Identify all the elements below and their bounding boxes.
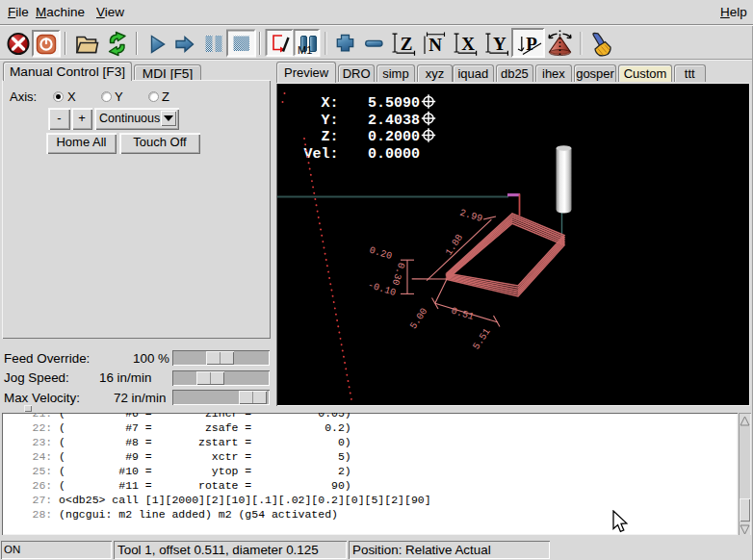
svg-text:0.30: 0.30 bbox=[390, 261, 407, 286]
svg-text:0.51: 0.51 bbox=[450, 306, 475, 323]
svg-text:0.0000: 0.0000 bbox=[368, 146, 420, 163]
svg-text:M1: M1 bbox=[298, 44, 312, 56]
svg-text:X: X bbox=[461, 34, 475, 54]
svg-text:X:: X: bbox=[321, 95, 338, 112]
svg-text:2.4038: 2.4038 bbox=[368, 113, 420, 129]
svg-text:5.00: 5.00 bbox=[408, 306, 430, 331]
svg-text:Z: Z bbox=[401, 34, 413, 54]
svg-text:0.2000: 0.2000 bbox=[368, 129, 420, 145]
svg-text:1.88: 1.88 bbox=[444, 233, 466, 258]
svg-text:N: N bbox=[428, 35, 442, 55]
svg-text:Z:: Z: bbox=[321, 129, 338, 145]
svg-text:Vel:: Vel: bbox=[303, 146, 338, 163]
svg-text:Y:: Y: bbox=[321, 113, 338, 129]
svg-text:0.20: 0.20 bbox=[368, 245, 393, 263]
svg-text:2.99: 2.99 bbox=[458, 208, 483, 225]
svg-text:5.51: 5.51 bbox=[471, 326, 493, 351]
svg-text:Y: Y bbox=[493, 34, 506, 54]
svg-text:5.5090: 5.5090 bbox=[368, 95, 420, 112]
